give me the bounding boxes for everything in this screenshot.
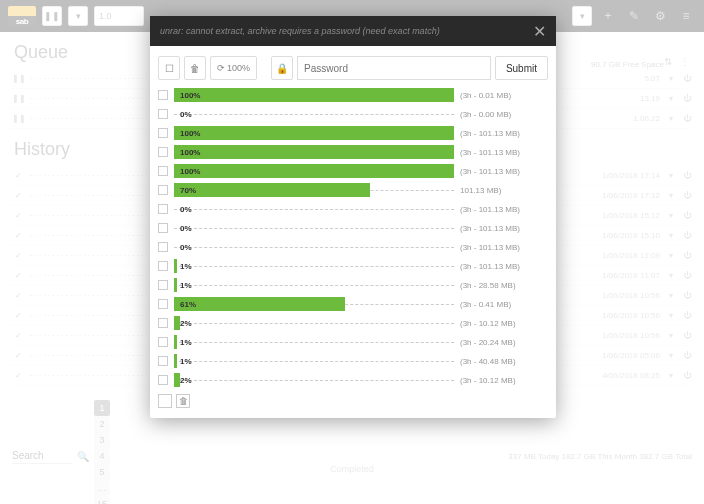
app-logo[interactable]: sab <box>8 6 36 26</box>
sort-icon[interactable]: ⇅ <box>664 56 676 68</box>
progress-bar: 2% <box>174 316 454 330</box>
row-toggle[interactable]: ⏻ <box>682 351 692 360</box>
page-button[interactable]: 15 <box>94 496 110 504</box>
item-checkbox[interactable] <box>158 318 168 328</box>
check-icon: ✓ <box>12 291 24 300</box>
row-caret[interactable]: ▾ <box>666 94 676 103</box>
more-icon[interactable]: ⋮ <box>680 56 692 68</box>
select-all-checkbox[interactable]: ☐ <box>158 56 180 80</box>
row-toggle[interactable]: ⏻ <box>682 311 692 320</box>
dropdown-menu[interactable]: ▾ <box>572 6 592 26</box>
item-info: (3h - 10.12 MB) <box>460 319 548 328</box>
row-date: 1/06/2018 17:12 <box>580 191 660 200</box>
item-info: (3h - 101.13 MB) <box>460 148 548 157</box>
row-caret[interactable]: ▾ <box>666 251 676 260</box>
speed-field[interactable]: 1.0 <box>94 6 144 26</box>
row-caret[interactable]: ▾ <box>666 211 676 220</box>
row-caret[interactable]: ▾ <box>666 231 676 240</box>
row-toggle[interactable]: ⏻ <box>682 171 692 180</box>
progress-bar: 1% <box>174 278 454 292</box>
dropdown-caret[interactable]: ▾ <box>68 6 88 26</box>
file-item-row: 100%(3h - 0.01 MB) <box>158 86 548 104</box>
pause-button[interactable]: ❚❚ <box>42 6 62 26</box>
hundred-pct-button[interactable]: ⟳100% <box>210 56 257 80</box>
item-checkbox[interactable] <box>158 337 168 347</box>
item-checkbox[interactable] <box>158 166 168 176</box>
submit-button[interactable]: Submit <box>495 56 548 80</box>
footer-stats: 337 MB Today 182.7 GB This Month 382.7 G… <box>508 452 692 461</box>
item-info: 101.13 MB) <box>460 186 548 195</box>
row-caret[interactable]: ▾ <box>666 291 676 300</box>
row-toggle[interactable]: ⏻ <box>682 331 692 340</box>
row-toggle[interactable]: ⏻ <box>682 211 692 220</box>
item-checkbox[interactable] <box>158 90 168 100</box>
delete-icon[interactable]: 🗑 <box>184 56 206 80</box>
list-controls: ⇅ ⋮ <box>664 56 692 68</box>
page-button[interactable]: … <box>94 480 110 496</box>
gear-icon[interactable]: ⚙ <box>650 6 670 26</box>
free-space-label: 90.7 GB Free Space <box>591 60 664 69</box>
row-caret[interactable]: ▾ <box>666 371 676 380</box>
row-caret[interactable]: ▾ <box>666 74 676 83</box>
row-caret[interactable]: ▾ <box>666 191 676 200</box>
pause-icon[interactable]: ❚❚ <box>12 94 24 103</box>
row-caret[interactable]: ▾ <box>666 311 676 320</box>
item-checkbox[interactable] <box>158 128 168 138</box>
progress-label: 1% <box>174 262 192 271</box>
item-info: (3h - 10.12 MB) <box>460 376 548 385</box>
item-checkbox[interactable] <box>158 109 168 119</box>
row-toggle[interactable]: ⏻ <box>682 251 692 260</box>
progress-label: 2% <box>174 376 192 385</box>
row-caret[interactable]: ▾ <box>666 114 676 123</box>
page-button[interactable]: 5 <box>94 464 110 480</box>
pause-icon[interactable]: ❚❚ <box>12 114 24 123</box>
row-size: 1.06.22 <box>612 114 660 123</box>
search-icon[interactable]: 🔍 <box>77 451 89 462</box>
row-caret[interactable]: ▾ <box>666 271 676 280</box>
footer-delete-icon[interactable]: 🗑 <box>176 394 190 408</box>
item-checkbox[interactable] <box>158 299 168 309</box>
item-checkbox[interactable] <box>158 280 168 290</box>
page-button[interactable]: 3 <box>94 432 110 448</box>
progress-label: 100% <box>174 167 200 176</box>
row-toggle[interactable]: ⏻ <box>682 74 692 83</box>
item-checkbox[interactable] <box>158 223 168 233</box>
row-toggle[interactable]: ⏻ <box>682 371 692 380</box>
row-caret[interactable]: ▾ <box>666 351 676 360</box>
row-toggle[interactable]: ⏻ <box>682 231 692 240</box>
page-button[interactable]: 2 <box>94 416 110 432</box>
item-checkbox[interactable] <box>158 185 168 195</box>
item-checkbox[interactable] <box>158 375 168 385</box>
wrench-icon[interactable]: ✎ <box>624 6 644 26</box>
row-toggle[interactable]: ⏻ <box>682 94 692 103</box>
item-checkbox[interactable] <box>158 147 168 157</box>
item-checkbox[interactable] <box>158 356 168 366</box>
row-date: 1/06/2018 15:10 <box>580 231 660 240</box>
item-info: (3h - 101.13 MB) <box>460 224 548 233</box>
add-icon[interactable]: + <box>598 6 618 26</box>
item-info: (3h - 40.48 MB) <box>460 357 548 366</box>
item-checkbox[interactable] <box>158 242 168 252</box>
progress-bar: 70% <box>174 183 454 197</box>
row-caret[interactable]: ▾ <box>666 331 676 340</box>
progress-bar: 0% <box>174 202 454 216</box>
progress-bar: 100% <box>174 88 454 102</box>
footer-checkbox[interactable] <box>158 394 172 408</box>
row-toggle[interactable]: ⏻ <box>682 271 692 280</box>
item-checkbox[interactable] <box>158 261 168 271</box>
item-info: (3h - 0.41 MB) <box>460 300 548 309</box>
row-caret[interactable]: ▾ <box>666 171 676 180</box>
modal-title: unrar: cannot extract, archive requires … <box>160 26 440 36</box>
pause-icon[interactable]: ❚❚ <box>12 74 24 83</box>
menu-icon[interactable]: ≡ <box>676 6 696 26</box>
search-input[interactable] <box>12 448 72 464</box>
progress-label: 0% <box>174 205 192 214</box>
password-input[interactable] <box>297 56 491 80</box>
page-button[interactable]: 1 <box>94 400 110 416</box>
item-checkbox[interactable] <box>158 204 168 214</box>
row-toggle[interactable]: ⏻ <box>682 291 692 300</box>
page-button[interactable]: 4 <box>94 448 110 464</box>
row-toggle[interactable]: ⏻ <box>682 114 692 123</box>
close-icon[interactable]: ✕ <box>533 22 546 41</box>
row-toggle[interactable]: ⏻ <box>682 191 692 200</box>
